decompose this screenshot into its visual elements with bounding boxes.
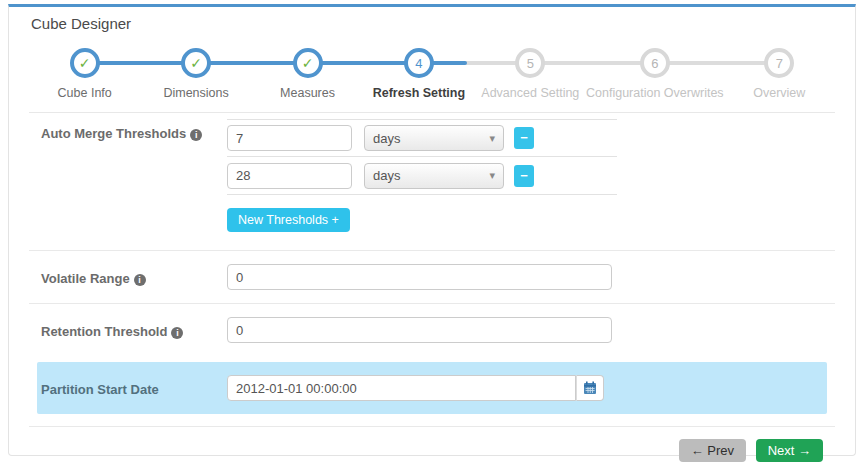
volatile-range-label: Volatile Rangei — [41, 264, 227, 290]
step-number: 4 — [415, 56, 422, 71]
step-measures[interactable]: ✓ Measures — [252, 48, 363, 100]
check-icon: ✓ — [302, 55, 314, 71]
step-configuration-overwrites[interactable]: 6 Configuration Overwrites — [586, 48, 724, 100]
volatile-range-row: Volatile Rangei — [29, 250, 835, 303]
threshold-value-input[interactable] — [227, 163, 352, 189]
minus-icon: − — [520, 168, 528, 183]
prev-button[interactable]: ← Prev — [679, 439, 746, 462]
thresholds-list: days ▾ − days ▾ − — [227, 119, 617, 195]
calendar-addon-button[interactable] — [576, 375, 604, 401]
remove-threshold-button[interactable]: − — [514, 127, 534, 149]
step-label: Cube Info — [58, 86, 112, 100]
chevron-down-icon: ▾ — [489, 169, 495, 182]
arrow-right-icon: → — [798, 443, 811, 458]
threshold-unit-select[interactable]: days ▾ — [364, 125, 504, 151]
step-label: Measures — [280, 86, 335, 100]
cube-designer-panel: Cube Designer ✓ Cube Info ✓ Dimensions ✓… — [8, 4, 856, 456]
info-icon[interactable]: i — [171, 327, 183, 339]
wizard-footer: ← Prev Next → — [29, 426, 835, 462]
next-button[interactable]: Next → — [756, 439, 823, 462]
selected-option: days — [373, 168, 400, 183]
threshold-row: days ▾ − — [227, 119, 617, 157]
step-circle: 5 — [515, 48, 545, 78]
step-number: 7 — [776, 56, 783, 71]
step-circle: ✓ — [181, 48, 211, 78]
step-overview[interactable]: 7 Overview — [724, 48, 835, 100]
check-icon: ✓ — [79, 55, 91, 71]
step-circle: 4 — [404, 48, 434, 78]
retention-threshold-label: Retention Thresholdi — [41, 317, 227, 343]
partition-start-date-row: Partition Start Date — [37, 362, 827, 414]
info-icon[interactable]: i — [134, 274, 146, 286]
retention-threshold-row: Retention Thresholdi — [29, 303, 835, 356]
step-label: Advanced Setting — [481, 86, 579, 100]
partition-start-date-input[interactable] — [227, 375, 576, 401]
remove-threshold-button[interactable]: − — [514, 165, 534, 187]
step-label: Refresh Setting — [373, 86, 465, 100]
step-label: Overview — [753, 86, 805, 100]
step-number: 6 — [651, 56, 658, 71]
chevron-down-icon: ▾ — [489, 132, 495, 145]
wizard-stepper: ✓ Cube Info ✓ Dimensions ✓ Measures 4 Re… — [29, 36, 835, 113]
auto-merge-label: Auto Merge Thresholdsi — [41, 119, 227, 242]
check-icon: ✓ — [190, 55, 202, 71]
step-cube-info[interactable]: ✓ Cube Info — [29, 48, 140, 100]
step-dimensions[interactable]: ✓ Dimensions — [140, 48, 251, 100]
partition-date-input-group — [227, 375, 604, 401]
threshold-value-input[interactable] — [227, 125, 352, 151]
auto-merge-row: Auto Merge Thresholdsi days ▾ − — [29, 113, 835, 250]
refresh-setting-form: Auto Merge Thresholdsi days ▾ − — [29, 113, 835, 414]
step-refresh-setting[interactable]: 4 Refresh Setting — [363, 48, 474, 100]
step-advanced-setting[interactable]: 5 Advanced Setting — [475, 48, 586, 100]
step-circle: 7 — [764, 48, 794, 78]
step-circle: ✓ — [70, 48, 100, 78]
new-thresholds-button[interactable]: New Thresholds + — [227, 208, 350, 232]
step-number: 5 — [527, 56, 534, 71]
minus-icon: − — [520, 130, 528, 145]
step-circle: 6 — [640, 48, 670, 78]
retention-threshold-input[interactable] — [227, 317, 612, 343]
threshold-row: days ▾ − — [227, 157, 617, 195]
threshold-unit-select[interactable]: days ▾ — [364, 163, 504, 189]
selected-option: days — [373, 131, 400, 146]
info-icon[interactable]: i — [190, 129, 202, 141]
step-label: Configuration Overwrites — [586, 86, 724, 100]
volatile-range-input[interactable] — [227, 264, 612, 290]
step-label: Dimensions — [163, 86, 228, 100]
page-title: Cube Designer — [31, 15, 833, 32]
page-header: Cube Designer — [29, 7, 835, 36]
calendar-icon — [583, 381, 597, 395]
step-circle: ✓ — [293, 48, 323, 78]
partition-start-date-label: Partition Start Date — [41, 375, 227, 401]
arrow-left-icon: ← — [691, 443, 704, 458]
